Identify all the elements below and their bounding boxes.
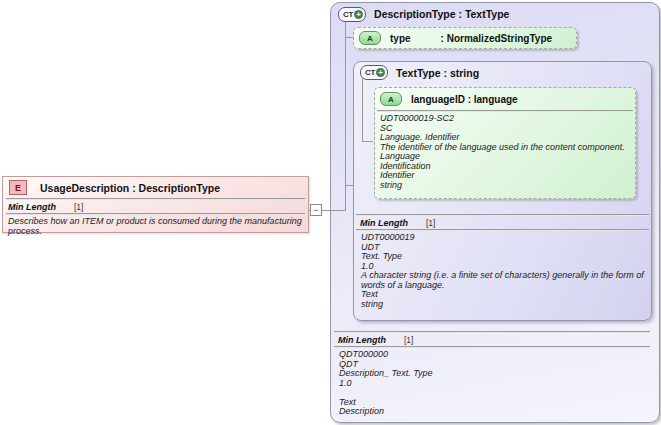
branch-to-languageid-attribute <box>362 141 373 142</box>
complextype-header: CT + TextType : string <box>354 62 651 83</box>
facet-row-min-length: Min Length [1] <box>356 216 649 229</box>
descriptiontype-annotation: QDT000000 QDT Description_ Text. Type 1.… <box>334 348 650 417</box>
attribute-annotation: UDT0000019-SC2 SC Language. Identifier T… <box>375 112 635 190</box>
facet-row-min-length: Min Length [1] <box>334 333 650 346</box>
element-title: UsageDescription : DescriptionType <box>40 182 220 194</box>
annotation-line: A character string (i.e. a finite set of… <box>361 271 644 290</box>
attribute-header: A languageID : language <box>375 88 635 110</box>
annotation-line: UDT0000019-SC2 <box>380 114 630 124</box>
complextype-icon: CT + <box>360 65 388 80</box>
expand-plus-icon[interactable]: + <box>354 10 363 19</box>
facet-name: Min Length <box>338 335 386 345</box>
annotation-line: Description_ Text. Type <box>339 369 645 379</box>
annotation-line: 1.0 <box>339 379 645 389</box>
annotation-line: Text. Type <box>361 252 644 262</box>
facet-cardinality: [1] <box>426 218 435 228</box>
annotation-line: string <box>361 300 644 310</box>
facet-cardinality: [1] <box>74 202 83 212</box>
attribute-title: languageID : language <box>411 94 518 105</box>
facet-cardinality: [1] <box>404 335 413 345</box>
complextype-icon-label: CT <box>343 10 353 19</box>
descriptiontype-facet-section: Min Length [1] QDT000000 QDT Description… <box>334 331 650 417</box>
complextype-icon: CT + <box>338 7 366 22</box>
attribute-icon: A <box>380 92 402 106</box>
complextype-title: TextType : string <box>396 67 479 79</box>
complextype-box-texttype: CT + TextType : string A languageID : la… <box>353 61 652 321</box>
element-box-usagedescription: E UsageDescription : DescriptionType Min… <box>2 176 309 233</box>
element-annotation: Describes how an ITEM or product is cons… <box>3 215 308 236</box>
annotation-line: QDT000000 <box>339 350 645 360</box>
annotation-line: Text <box>361 290 644 300</box>
annotation-text: Describes how an ITEM or product is cons… <box>8 217 303 236</box>
schema-diagram: E UsageDescription : DescriptionType Min… <box>0 0 661 425</box>
descriptiontype-tree-line <box>345 22 346 211</box>
attribute-box-languageid: A languageID : language UDT0000019-SC2 S… <box>374 87 636 199</box>
annotation-line: Description <box>339 407 645 417</box>
annotation-line: Identifier <box>380 171 630 181</box>
facet-name: Min Length <box>8 202 56 212</box>
annotation-line: string <box>380 181 630 191</box>
texttype-facet-section: Min Length [1] UDT0000019 UDT Text. Type… <box>356 214 649 309</box>
expand-plus-icon[interactable]: + <box>376 68 385 77</box>
attribute-name: type <box>390 33 411 44</box>
complextype-title: DescriptionType : TextType <box>374 8 509 20</box>
annotation-line: Text <box>339 398 645 408</box>
collapse-toggle-icon[interactable]: − <box>310 204 322 216</box>
facet-name: Min Length <box>360 218 408 228</box>
facet-row-min-length: Min Length [1] <box>3 200 308 213</box>
element-icon: E <box>9 180 27 195</box>
complextype-icon-label: CT <box>365 68 375 77</box>
attribute-icon: A <box>359 31 381 45</box>
complextype-header: CT + DescriptionType : TextType <box>331 3 659 25</box>
attribute-box-type: A type : NormalizedStringType <box>353 27 577 49</box>
annotation-line: Identification <box>380 162 630 172</box>
attribute-type: : NormalizedStringType <box>441 33 553 44</box>
annotation-line <box>339 388 645 398</box>
texttype-tree-line <box>362 78 363 142</box>
annotation-line: UDT <box>361 243 644 253</box>
texttype-annotation: UDT0000019 UDT Text. Type 1.0 A characte… <box>356 231 649 309</box>
branch-to-texttype <box>345 185 353 186</box>
annotation-line: UDT0000019 <box>361 233 644 243</box>
branch-to-type-attribute <box>345 37 353 38</box>
element-header: E UsageDescription : DescriptionType <box>3 177 308 198</box>
complextype-box-descriptiontype: CT + DescriptionType : TextType A type :… <box>330 2 660 423</box>
